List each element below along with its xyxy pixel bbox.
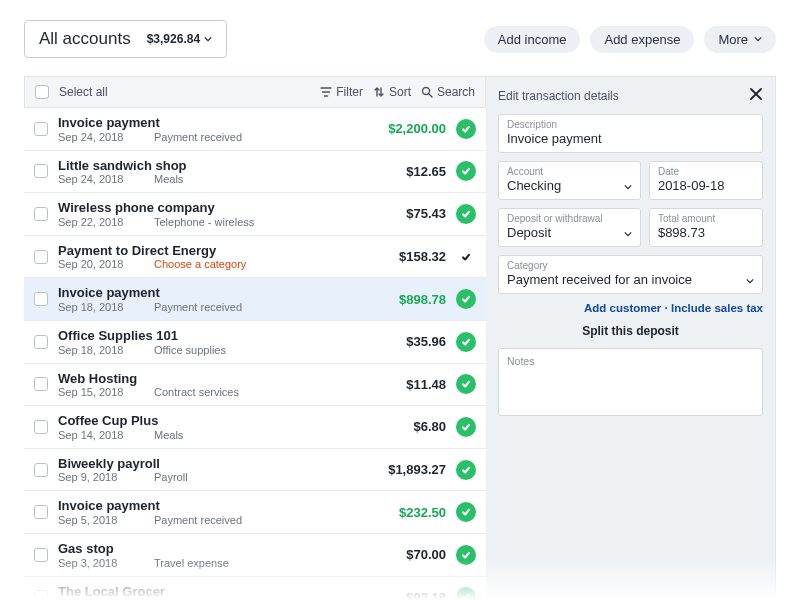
transaction-row[interactable]: Little sandwich shop Sep 24, 2018 Meals … xyxy=(24,151,486,194)
reviewed-badge[interactable] xyxy=(456,460,476,480)
vendor-name: Gas stop xyxy=(58,541,356,557)
more-button[interactable]: More xyxy=(704,26,776,53)
row-checkbox[interactable] xyxy=(34,335,48,349)
search-button[interactable]: Search xyxy=(421,85,475,99)
check-icon xyxy=(461,592,471,600)
add-income-button[interactable]: Add income xyxy=(484,26,581,53)
category-label: Payment received xyxy=(154,514,356,526)
reviewed-badge[interactable] xyxy=(456,332,476,352)
row-checkbox[interactable] xyxy=(34,292,48,306)
category-label[interactable]: Choose a category xyxy=(154,258,356,270)
row-checkbox[interactable] xyxy=(34,463,48,477)
reviewed-badge[interactable] xyxy=(456,587,476,600)
transaction-row[interactable]: Biweekly payroll Sep 9, 2018 Payroll $1,… xyxy=(24,449,486,492)
notes-field[interactable]: Notes xyxy=(498,348,763,416)
transaction-date: Sep 18, 2018 xyxy=(58,344,148,356)
add-customer-link[interactable]: Add customer xyxy=(584,302,661,314)
close-button[interactable] xyxy=(749,87,763,104)
unreviewed-badge[interactable] xyxy=(456,247,476,267)
chevron-down-icon xyxy=(746,278,754,284)
chevron-down-icon xyxy=(624,231,632,237)
select-all-checkbox[interactable] xyxy=(35,85,49,99)
transaction-row[interactable]: Invoice payment Sep 18, 2018 Payment rec… xyxy=(24,278,486,321)
row-checkbox[interactable] xyxy=(34,164,48,178)
amount: $2,200.00 xyxy=(366,121,446,136)
transaction-row[interactable]: Coffee Cup Plus Sep 14, 2018 Meals $6.80 xyxy=(24,406,486,449)
date-field[interactable]: Date 2018-09-18 xyxy=(649,161,763,200)
account-name: All accounts xyxy=(39,29,131,49)
category-label: Contract services xyxy=(154,386,356,398)
row-checkbox[interactable] xyxy=(34,505,48,519)
panel-title: Edit transaction details xyxy=(498,89,619,103)
row-checkbox[interactable] xyxy=(34,207,48,221)
account-selector[interactable]: All accounts $3,926.84 xyxy=(24,20,227,58)
transaction-row[interactable]: Invoice payment Sep 5, 2018 Payment rece… xyxy=(24,491,486,534)
category-label: Meals xyxy=(154,429,356,441)
transaction-date: Sep 15, 2018 xyxy=(58,386,148,398)
reviewed-badge[interactable] xyxy=(456,502,476,522)
transactions-list: Select all Filter Sort Search Invoice pa… xyxy=(24,76,486,600)
check-icon xyxy=(461,294,471,304)
total-field[interactable]: Total amount $898.73 xyxy=(649,208,763,247)
reviewed-badge[interactable] xyxy=(456,374,476,394)
sort-button[interactable]: Sort xyxy=(373,85,411,99)
search-icon xyxy=(421,86,433,98)
transaction-date: Sep 22, 2018 xyxy=(58,216,148,228)
check-icon xyxy=(461,422,471,432)
transaction-date: Sep 24, 2018 xyxy=(58,131,148,143)
vendor-name: Office Supplies 101 xyxy=(58,328,356,344)
vendor-name: Wireless phone company xyxy=(58,200,356,216)
row-checkbox[interactable] xyxy=(34,590,48,600)
edit-panel: Edit transaction details Description Inv… xyxy=(486,76,776,600)
reviewed-badge[interactable] xyxy=(456,119,476,139)
chevron-down-icon xyxy=(754,36,762,42)
category-label: Meals xyxy=(154,173,356,185)
reviewed-badge[interactable] xyxy=(456,289,476,309)
row-checkbox[interactable] xyxy=(34,250,48,264)
account-balance: $3,926.84 xyxy=(147,32,212,46)
transaction-row[interactable]: Office Supplies 101 Sep 18, 2018 Office … xyxy=(24,321,486,364)
chevron-down-icon xyxy=(204,36,212,42)
filter-icon xyxy=(320,87,332,97)
vendor-name: Coffee Cup Plus xyxy=(58,413,356,429)
check-icon xyxy=(461,209,471,219)
description-field[interactable]: Description Invoice payment xyxy=(498,114,763,153)
reviewed-badge[interactable] xyxy=(456,545,476,565)
row-checkbox[interactable] xyxy=(34,377,48,391)
include-tax-link[interactable]: Include sales tax xyxy=(671,302,763,314)
close-icon xyxy=(749,87,763,101)
row-checkbox[interactable] xyxy=(34,420,48,434)
account-field[interactable]: Account Checking xyxy=(498,161,641,200)
list-header: Select all Filter Sort Search xyxy=(24,76,486,108)
filter-button[interactable]: Filter xyxy=(320,85,363,99)
vendor-name: Invoice payment xyxy=(58,285,356,301)
split-deposit-button[interactable]: Split this deposit xyxy=(498,324,763,338)
amount: $35.96 xyxy=(366,334,446,349)
transaction-date: Sep 5, 2018 xyxy=(58,514,148,526)
transaction-date: Sep 9, 2018 xyxy=(58,471,148,483)
transaction-row[interactable]: Web Hosting Sep 15, 2018 Contract servic… xyxy=(24,364,486,407)
reviewed-badge[interactable] xyxy=(456,161,476,181)
reviewed-badge[interactable] xyxy=(456,204,476,224)
add-expense-button[interactable]: Add expense xyxy=(590,26,694,53)
vendor-name: The Local Grocer xyxy=(58,584,356,600)
vendor-name: Invoice payment xyxy=(58,115,356,131)
transaction-row[interactable]: Gas stop Sep 3, 2018 Travel expense $70.… xyxy=(24,534,486,577)
category-label: Office supplies xyxy=(154,344,356,356)
reviewed-badge[interactable] xyxy=(456,417,476,437)
transaction-row[interactable]: Invoice payment Sep 24, 2018 Payment rec… xyxy=(24,108,486,151)
category-label: Payment received xyxy=(154,131,356,143)
transaction-date: Sep 18, 2018 xyxy=(58,301,148,313)
transaction-row[interactable]: Wireless phone company Sep 22, 2018 Tele… xyxy=(24,193,486,236)
transaction-row[interactable]: Payment to Direct Energy Sep 20, 2018 Ch… xyxy=(24,236,486,279)
transaction-row[interactable]: The Local Grocer Sep 1, 2018 Meals $92.1… xyxy=(24,577,486,600)
transaction-date: Sep 24, 2018 xyxy=(58,173,148,185)
category-field[interactable]: Category Payment received for an invoice xyxy=(498,255,763,294)
row-checkbox[interactable] xyxy=(34,122,48,136)
direction-field[interactable]: Deposit or withdrawal Deposit xyxy=(498,208,641,247)
transaction-date: Sep 14, 2018 xyxy=(58,429,148,441)
vendor-name: Web Hosting xyxy=(58,371,356,387)
category-label: Payroll xyxy=(154,471,356,483)
amount: $70.00 xyxy=(366,547,446,562)
row-checkbox[interactable] xyxy=(34,548,48,562)
